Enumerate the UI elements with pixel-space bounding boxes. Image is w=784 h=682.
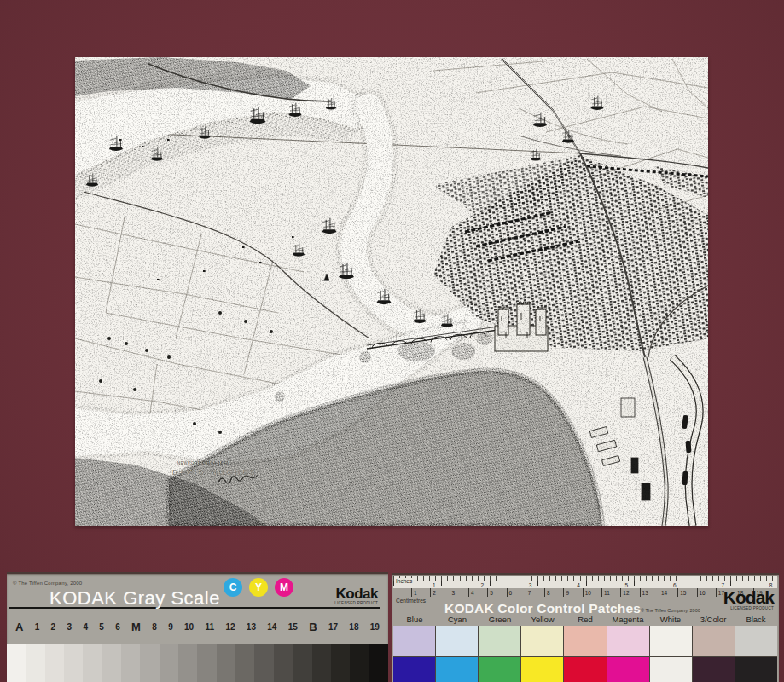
- gray-ramp: [7, 644, 388, 682]
- newport-birdseye-sketch: NEWPORT CIRCA 1840 DAVID HUGHES: [75, 57, 708, 526]
- gray-step-label: A: [15, 621, 23, 633]
- gray-ramp-step-2: [45, 644, 64, 682]
- cm-number: 5: [487, 588, 493, 597]
- kodak-color-patches-strip: Inches 12345678 123456789101112131415161…: [392, 573, 779, 682]
- saturated-patch-cyan: [436, 657, 478, 682]
- archive-photograph: NEWPORT CIRCA 1840 DAVID HUGHES © The Ti…: [0, 0, 784, 682]
- patch-labels: BlueCyanGreenYellowRedMagentaWhite3/Colo…: [393, 615, 777, 626]
- gray-ramp-step-9: [178, 644, 197, 682]
- cm-number: 15: [677, 588, 686, 597]
- licensed-product-label: LICENSED PRODUCT: [334, 602, 378, 606]
- cm-number: 7: [526, 588, 531, 597]
- gray-scale-title: KODAK Gray Scale: [49, 587, 220, 610]
- pastel-patch-3/color: [693, 626, 735, 656]
- cm-number: 10: [583, 588, 591, 597]
- cym-dot-y: Y: [249, 578, 268, 597]
- gray-step-label: 18: [349, 622, 358, 632]
- gray-step-label: 4: [83, 622, 88, 632]
- centimetres-ruler: 12345678910111213141516171819: [393, 588, 777, 599]
- cm-number: 2: [430, 588, 436, 597]
- kodak-logo: Kodak LICENSED PRODUCT: [334, 587, 378, 606]
- gray-ramp-step-6: [121, 644, 140, 682]
- cm-number: 9: [563, 588, 569, 597]
- licensed-product-label: LICENSED PRODUCT: [723, 607, 774, 611]
- pastel-patch-magenta: [607, 626, 649, 656]
- inch-number: 3: [529, 582, 532, 588]
- gray-ramp-step-17: [331, 644, 350, 682]
- gray-step-label: M: [131, 621, 141, 633]
- gray-ramp-step-19: [369, 644, 388, 682]
- gray-ramp-step-13: [254, 644, 273, 682]
- cm-number: 6: [507, 588, 513, 597]
- gray-step-label: 6: [115, 622, 120, 632]
- patch-label: White: [649, 615, 692, 626]
- inch-number: 4: [577, 582, 580, 588]
- gray-ramp-step-5: [102, 644, 121, 682]
- gray-ramp-step-1: [26, 644, 44, 682]
- gray-ramp-step-4: [83, 644, 102, 682]
- pastel-patch-white: [650, 626, 692, 656]
- pastel-patch-cyan: [436, 626, 478, 656]
- patch-label: 3/Color: [692, 615, 735, 626]
- inch-number: 6: [673, 582, 677, 588]
- inches-label: Inches: [396, 578, 414, 584]
- gray-step-labels: A123456M89101112131415B171819: [15, 616, 380, 637]
- saturated-patch-green: [479, 657, 520, 682]
- cm-number: 12: [620, 588, 629, 597]
- patch-label: Yellow: [521, 615, 564, 626]
- gray-step-label: 5: [99, 622, 104, 632]
- pastel-patch-green: [479, 626, 520, 656]
- gray-ramp-step-15: [293, 644, 311, 682]
- patch-label: Red: [564, 615, 607, 626]
- gray-ramp-step-14: [274, 644, 293, 682]
- cym-dot-m: M: [275, 578, 293, 597]
- gray-ramp-step-8: [160, 644, 178, 682]
- gray-step-label: 17: [328, 622, 338, 632]
- centimetres-label: Centimetres: [396, 598, 426, 604]
- patch-label: Magenta: [607, 615, 649, 626]
- saturated-patch-yellow: [521, 657, 563, 682]
- gray-step-label: 3: [67, 622, 73, 632]
- kodak-logo: Kodak LICENSED PRODUCT: [723, 588, 774, 611]
- kodak-wordmark: Kodak: [723, 587, 774, 607]
- gray-step-label: 13: [247, 622, 256, 632]
- ink-stipple-texture-coarse: [75, 57, 708, 526]
- saturated-patch-black: [735, 657, 777, 682]
- saturated-patch-white: [650, 657, 692, 682]
- gray-step-label: 11: [205, 622, 214, 632]
- cym-dots: CYM: [224, 578, 293, 597]
- saturated-patch-red: [564, 657, 606, 682]
- gray-ramp-step-18: [350, 644, 369, 682]
- patch-label: Blue: [393, 615, 436, 626]
- gray-ramp-step-11: [217, 644, 235, 682]
- pastel-patch-blue: [393, 626, 435, 656]
- pastel-patch-black: [735, 626, 777, 656]
- gray-ramp-step-7: [140, 644, 159, 682]
- kodak-wordmark: Kodak: [336, 586, 378, 602]
- gray-step-label: 8: [152, 622, 157, 632]
- pastel-patch-row: [393, 626, 777, 656]
- kodak-gray-scale-strip: © The Tiffen Company, 2000 KODAK Gray Sc…: [7, 572, 388, 682]
- gray-step-label: 15: [288, 622, 298, 632]
- gray-ramp-step-0: [7, 644, 26, 682]
- saturated-patch-magenta: [607, 657, 649, 682]
- artwork-drawing: NEWPORT CIRCA 1840 DAVID HUGHES: [75, 57, 708, 526]
- patch-label: Black: [735, 615, 777, 626]
- cm-number: 8: [544, 588, 550, 597]
- gray-ramp-step-12: [235, 644, 254, 682]
- inch-number: 2: [480, 582, 484, 588]
- inches-ruler: Inches 12345678: [393, 576, 777, 588]
- gray-ramp-step-10: [197, 644, 216, 682]
- inch-number: 5: [625, 582, 629, 588]
- saturated-patch-blue: [393, 657, 435, 682]
- inch-number: 1: [433, 582, 436, 588]
- patch-label: Cyan: [436, 615, 479, 626]
- cym-dot-c: C: [224, 578, 242, 597]
- patch-grid: [393, 626, 777, 682]
- cm-number: 1: [411, 588, 417, 597]
- gray-ramp-step-16: [312, 644, 331, 682]
- gray-step-label: 19: [370, 622, 380, 632]
- gray-step-label: 9: [168, 622, 173, 632]
- gray-ramp-step-3: [64, 644, 83, 682]
- cm-number: 16: [697, 588, 706, 597]
